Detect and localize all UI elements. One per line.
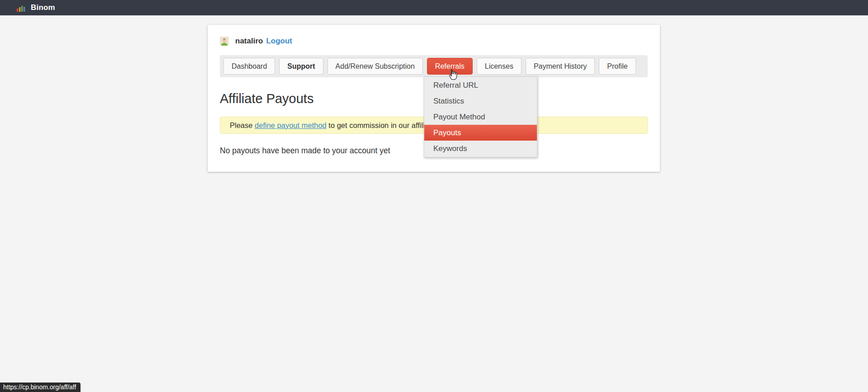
logout-link[interactable]: Logout bbox=[266, 37, 292, 46]
tab-dashboard[interactable]: Dashboard bbox=[223, 58, 275, 75]
menu-item-payouts[interactable]: Payouts bbox=[424, 125, 537, 141]
main-navigation: Dashboard Support Add/Renew Subscription… bbox=[220, 55, 648, 77]
define-payout-method-link[interactable]: define payout method bbox=[255, 121, 327, 130]
notice-text-after: to get commission in our affilia bbox=[327, 121, 429, 130]
topbar: Binom bbox=[0, 0, 868, 15]
status-url-tooltip: https://cp.binom.org/aff/aff bbox=[0, 383, 81, 392]
referrals-dropdown-menu: Referral URL Statistics Payout Method Pa… bbox=[424, 76, 537, 157]
user-row: nataliro Logout bbox=[220, 36, 648, 46]
tab-profile[interactable]: Profile bbox=[599, 58, 636, 75]
tab-referrals[interactable]: Referrals bbox=[427, 58, 473, 75]
menu-item-keywords[interactable]: Keywords bbox=[424, 141, 537, 156]
tab-licenses[interactable]: Licenses bbox=[477, 58, 522, 75]
tab-add-renew-subscription[interactable]: Add/Renew Subscription bbox=[327, 58, 423, 75]
menu-item-payout-method[interactable]: Payout Method bbox=[424, 109, 537, 125]
bar-chart-icon bbox=[17, 4, 26, 12]
user-avatar-icon bbox=[220, 37, 229, 46]
user-name: nataliro bbox=[235, 37, 263, 46]
tab-payment-history[interactable]: Payment History bbox=[526, 58, 595, 75]
notice-text-before: Please bbox=[230, 121, 255, 130]
tab-support[interactable]: Support bbox=[279, 58, 323, 75]
menu-item-statistics[interactable]: Statistics bbox=[424, 93, 537, 109]
menu-item-referral-url[interactable]: Referral URL bbox=[424, 77, 537, 93]
brand-name[interactable]: Binom bbox=[31, 3, 55, 12]
